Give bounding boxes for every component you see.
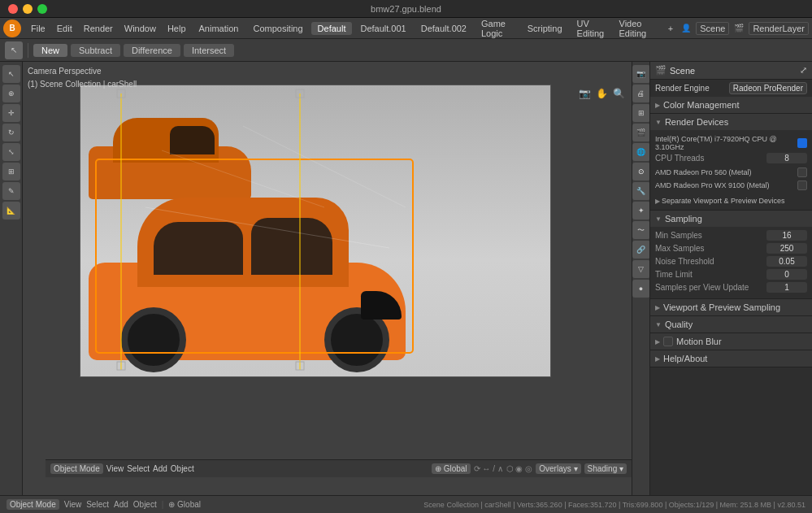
add-menu[interactable]: Add — [153, 464, 167, 473]
amd-9100-checkbox[interactable] — [797, 180, 807, 190]
svg-rect-8 — [296, 362, 304, 370]
difference-button[interactable]: Difference — [124, 44, 180, 57]
tool-move-icon[interactable]: ✛ — [2, 104, 20, 122]
minimize-button[interactable] — [23, 4, 33, 14]
scene-title: Scene — [670, 66, 695, 76]
motion-blur-header[interactable]: ▶ Motion Blur — [650, 333, 812, 350]
modifier-icon[interactable]: 🔧 — [632, 182, 650, 200]
view-layer-icon[interactable]: ⊞ — [632, 104, 650, 122]
max-samples-row: Max Samples 250 — [655, 243, 807, 254]
amd-560-checkbox[interactable] — [797, 167, 807, 177]
cpu-checkbox[interactable] — [797, 138, 807, 148]
cpu-device-item: Intel(R) Core(TM) i7-7920HQ CPU @ 3.10GH… — [655, 133, 807, 153]
output-prop-icon[interactable]: 🖨 — [632, 85, 650, 102]
view-menu[interactable]: View — [106, 464, 124, 473]
global-select[interactable]: ⊕ Global — [432, 463, 471, 474]
panel-expand-icon[interactable]: ⤢ — [800, 65, 807, 76]
camera-icon[interactable]: 📷 — [579, 88, 591, 99]
intersect-button[interactable]: Intersect — [184, 44, 234, 57]
tab-default[interactable]: Default — [311, 22, 353, 35]
tool-measure-icon[interactable]: 📐 — [2, 202, 20, 220]
tab-add[interactable]: + — [662, 22, 680, 35]
tab-default-002[interactable]: Default.002 — [415, 22, 473, 35]
tab-compositing[interactable]: Compositing — [246, 22, 309, 35]
color-management-header[interactable]: ▶ Color Management — [650, 97, 812, 113]
shading-button[interactable]: Shading ▾ — [584, 463, 627, 474]
object-mode-select[interactable]: Object Mode — [50, 463, 103, 474]
3d-viewport[interactable] — [80, 85, 551, 377]
help-about-header[interactable]: ▶ Help/About — [650, 350, 812, 367]
render-prop-icon[interactable]: 📷 — [632, 65, 650, 83]
object-menu[interactable]: Object — [171, 464, 194, 473]
menu-help[interactable]: Help — [163, 22, 191, 35]
status-divider-1: | — [162, 500, 164, 509]
world-prop-icon[interactable]: 🌐 — [632, 143, 650, 161]
cpu-threads-row: CPU Threads 8 — [655, 153, 807, 163]
title-bar: bmw27.gpu.blend — [0, 0, 812, 18]
new-button[interactable]: New — [33, 44, 67, 57]
scene-prop-icon[interactable]: 🎬 — [632, 124, 650, 141]
tool-scale-icon[interactable]: ⤡ — [2, 143, 20, 161]
subtract-button[interactable]: Subtract — [71, 44, 120, 57]
noise-threshold-value[interactable]: 0.05 — [766, 256, 807, 267]
status-add[interactable]: Add — [114, 500, 128, 509]
quality-header[interactable]: ▼ Quality — [650, 316, 812, 333]
color-management-section: ▶ Color Management — [650, 97, 812, 114]
status-object-menu[interactable]: Object — [133, 500, 157, 509]
min-samples-value[interactable]: 16 — [766, 230, 807, 241]
main-car — [89, 181, 406, 360]
status-object-mode[interactable]: Object Mode — [7, 499, 59, 510]
close-button[interactable] — [8, 4, 18, 14]
viewport-header: Camera Perspective (1) Scene Collection … — [28, 65, 137, 91]
amd-9100-item: AMD Radeon Pro WX 9100 (Metal) — [655, 179, 807, 192]
motion-blur-label: Motion Blur — [676, 337, 722, 346]
status-view[interactable]: View — [64, 500, 82, 509]
hand-icon[interactable]: ✋ — [596, 88, 608, 99]
menu-render[interactable]: Render — [79, 22, 118, 35]
status-select-menu[interactable]: Select — [86, 500, 109, 509]
object-prop-icon[interactable]: ⊙ — [632, 163, 650, 180]
tab-uv-editing[interactable]: UV Editing — [571, 17, 611, 40]
samples-per-view-value[interactable]: 1 — [766, 282, 807, 293]
overlays-button[interactable]: Overlays ▾ — [536, 463, 580, 474]
motion-blur-checkbox[interactable] — [663, 337, 673, 346]
physics-icon[interactable]: 〜 — [632, 221, 650, 239]
tool-annotate-icon[interactable]: ✎ — [2, 182, 20, 200]
viewport-preview-header[interactable]: ▶ Viewport & Preview Sampling — [650, 299, 812, 315]
tab-animation[interactable]: Animation — [193, 22, 245, 35]
amd-560-item: AMD Radeon Pro 560 (Metal) — [655, 166, 807, 179]
menu-edit[interactable]: Edit — [52, 22, 77, 35]
render-layer-selector[interactable]: RenderLayer — [749, 22, 809, 35]
max-samples-value[interactable]: 250 — [766, 243, 807, 254]
tool-select-icon[interactable]: ↖ — [2, 65, 20, 83]
tool-rotate-icon[interactable]: ↻ — [2, 124, 20, 141]
viewport[interactable]: Camera Perspective (1) Scene Collection … — [23, 62, 632, 495]
render-devices-header[interactable]: ▼ Render Devices — [650, 114, 812, 130]
menu-window[interactable]: Window — [119, 22, 161, 35]
menu-file[interactable]: File — [26, 22, 50, 35]
render-engine-label: Render Engine — [655, 84, 710, 93]
material-icon[interactable]: ● — [632, 280, 650, 298]
render-engine-select[interactable]: Radeon ProRender — [729, 82, 807, 94]
tab-default-001[interactable]: Default.001 — [354, 22, 412, 35]
tool-transform-icon[interactable]: ⊞ — [2, 163, 20, 180]
tab-scripting[interactable]: Scripting — [521, 22, 569, 35]
particles-icon[interactable]: ✦ — [632, 202, 650, 220]
max-samples-label: Max Samples — [655, 244, 766, 253]
amd-9100-label: AMD Radeon Pro WX 9100 (Metal) — [655, 181, 797, 189]
window-title: bmw27.gpu.blend — [371, 4, 441, 14]
data-prop-icon[interactable]: ▽ — [632, 260, 650, 278]
select-menu[interactable]: Select — [127, 464, 150, 473]
zoom-icon[interactable]: 🔍 — [613, 88, 625, 99]
constraints-icon[interactable]: 🔗 — [632, 241, 650, 259]
maximize-button[interactable] — [37, 4, 47, 14]
sampling-header[interactable]: ▼ Sampling — [650, 211, 812, 227]
time-limit-value[interactable]: 0 — [766, 269, 807, 280]
tab-game-logic[interactable]: Game Logic — [475, 17, 519, 40]
tab-video-editing[interactable]: Video Editing — [613, 17, 660, 40]
scene-selector[interactable]: Scene — [696, 22, 729, 35]
cpu-threads-value[interactable]: 8 — [766, 153, 807, 163]
select-tool-icon[interactable]: ↖ — [5, 41, 23, 59]
sampling-label: Sampling — [665, 214, 702, 224]
tool-cursor-icon[interactable]: ⊕ — [2, 85, 20, 102]
